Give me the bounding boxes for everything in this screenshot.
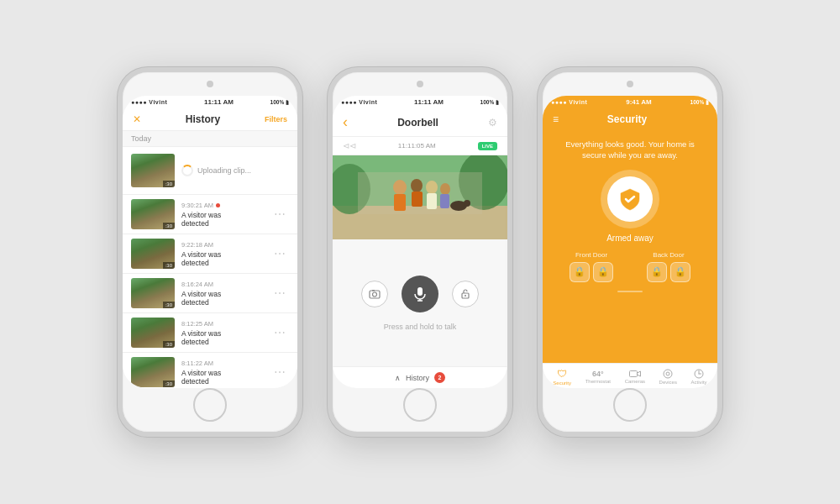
history-info-1: 9:22:18 AM A visitor wasdetected xyxy=(175,241,270,267)
unlock-button[interactable] xyxy=(452,281,479,307)
history-desc-2: A visitor wasdetected xyxy=(181,290,270,307)
doorbell-controls: Press and hold to talk xyxy=(333,239,507,366)
phone3-nav: ≡ Security xyxy=(543,108,717,130)
phone2-status-bar: ●●●● Vivint 11:11 AM 100% ▮ xyxy=(333,96,507,108)
phone3-status-bar: ●●●● Vivint 9:41 AM 100% ▮ xyxy=(543,96,717,108)
phone2-time: 11:11 AM xyxy=(414,98,444,106)
talk-button[interactable] xyxy=(402,276,438,312)
thermostat-nav-temp: 64° xyxy=(592,370,604,378)
door-section: Front Door 🔒 🔒 Back Door 🔒 🔒 xyxy=(553,251,707,282)
history-duration-0: :30 xyxy=(163,223,175,229)
history-list: Today :30 Uploading clip... xyxy=(123,131,297,388)
devices-nav-label: Devices xyxy=(659,380,677,385)
upload-item[interactable]: :30 Uploading clip... xyxy=(123,147,297,195)
upload-text: Uploading clip... xyxy=(197,166,251,175)
doorbell-content: ⊲⊲ 11:11:05 AM LIVE xyxy=(333,137,507,388)
security-body: Everything looks good. Your home is secu… xyxy=(543,130,717,363)
history-duration-4: :30 xyxy=(163,381,175,387)
history-tab-arrow: ∧ xyxy=(395,374,401,382)
history-dot-0 xyxy=(216,203,220,207)
activity-nav-label: Activity xyxy=(691,380,707,385)
filters-button[interactable]: Filters xyxy=(265,115,287,123)
phone1-nav: ✕ History Filters xyxy=(123,108,297,131)
nav-thermostat[interactable]: 64° Thermostat xyxy=(585,370,611,384)
front-lock-2[interactable]: 🔒 xyxy=(593,262,613,282)
phone1-title: History xyxy=(186,113,220,125)
press-talk-label: Press and hold to talk xyxy=(384,323,457,331)
more-icon-0[interactable]: ⋯ xyxy=(270,206,289,223)
history-item-2[interactable]: :30 8:16:24 AM A visitor wasdetected ⋯ xyxy=(123,274,297,313)
svg-point-16 xyxy=(373,292,377,297)
upload-thumbnail: :30 xyxy=(131,154,175,187)
svg-point-25 xyxy=(664,370,672,378)
history-thumb-4: :30 xyxy=(131,357,175,387)
bottom-nav: 🛡 Security 64° Thermostat Cameras xyxy=(543,363,717,388)
nav-activity[interactable]: Activity xyxy=(691,369,707,385)
upload-duration: :30 xyxy=(163,181,175,187)
history-time-1: 9:22:18 AM xyxy=(181,241,270,249)
history-item-0[interactable]: :30 9:30:21 AM A visitor wasdetected ⋯ xyxy=(123,195,297,234)
doorbell-video[interactable] xyxy=(333,155,507,239)
history-item-4[interactable]: :30 8:11:22 AM A visitor wasdetected ⋯ xyxy=(123,353,297,388)
close-icon[interactable]: ✕ xyxy=(133,113,141,125)
back-lock-1[interactable]: 🔒 xyxy=(647,262,667,282)
history-tab[interactable]: ∧ History 2 xyxy=(333,366,507,388)
back-icon[interactable]: ‹ xyxy=(343,113,348,131)
history-duration-2: :30 xyxy=(163,302,175,308)
phone-history: ●●●● Vivint 11:11 AM 100% ▮ ✕ History Fi… xyxy=(118,67,302,437)
svg-point-22 xyxy=(465,295,466,297)
history-desc-3: A visitor wasdetected xyxy=(181,329,270,346)
svg-point-9 xyxy=(426,181,438,194)
history-time-4: 8:11:22 AM xyxy=(181,360,270,367)
nav-cameras[interactable]: Cameras xyxy=(625,370,645,384)
svg-rect-18 xyxy=(417,287,423,296)
history-item-3[interactable]: :30 8:12:25 AM A visitor wasdetected ⋯ xyxy=(123,313,297,353)
upload-info: Uploading clip... xyxy=(175,165,289,176)
screenshot-button[interactable] xyxy=(361,281,388,307)
devices-nav-icon xyxy=(663,369,673,379)
audio-icon: ⊲⊲ xyxy=(343,141,356,150)
history-duration-1: :30 xyxy=(163,262,175,269)
camera-nav-icon xyxy=(629,370,641,378)
phone3-time: 9:41 AM xyxy=(626,98,651,106)
svg-rect-23 xyxy=(629,371,637,377)
doorbell-time: 11:11:05 AM xyxy=(398,142,436,150)
security-nav-label: Security xyxy=(553,381,571,386)
back-door-label: Back Door xyxy=(653,251,684,259)
phone2-screen: ●●●● Vivint 11:11 AM 100% ▮ ‹ Doorbell ⚙… xyxy=(333,96,507,388)
history-info-4: 8:11:22 AM A visitor wasdetected xyxy=(175,360,270,386)
thermostat-nav-label: Thermostat xyxy=(585,379,611,384)
phone2-title: Doorbell xyxy=(397,117,438,129)
svg-rect-15 xyxy=(370,291,380,298)
more-icon-1[interactable]: ⋯ xyxy=(270,245,289,262)
history-thumb-0: :30 xyxy=(131,199,175,229)
history-thumb-1: :30 xyxy=(131,239,175,269)
svg-point-7 xyxy=(411,179,423,192)
svg-point-14 xyxy=(464,200,470,207)
more-icon-4[interactable]: ⋯ xyxy=(270,364,289,381)
nav-security[interactable]: 🛡 Security xyxy=(553,368,571,386)
history-thumb-2: :30 xyxy=(131,278,175,308)
control-buttons xyxy=(361,276,479,312)
front-door-locks: 🔒 🔒 xyxy=(570,262,613,282)
history-info-2: 8:16:24 AM A visitor wasdetected xyxy=(175,281,270,307)
svg-rect-6 xyxy=(394,194,406,211)
more-icon-2[interactable]: ⋯ xyxy=(270,285,289,302)
live-badge: LIVE xyxy=(478,142,497,150)
history-time-0: 9:30:21 AM xyxy=(181,202,270,209)
svg-rect-17 xyxy=(372,290,375,291)
settings-icon[interactable]: ⚙ xyxy=(488,117,497,129)
front-lock-1[interactable]: 🔒 xyxy=(570,262,590,282)
nav-devices[interactable]: Devices xyxy=(659,369,677,385)
shield-svg xyxy=(619,187,641,211)
more-icon-3[interactable]: ⋯ xyxy=(270,324,289,341)
svg-rect-12 xyxy=(440,194,449,208)
history-tab-label: History xyxy=(406,374,429,382)
history-info-3: 8:12:25 AM A visitor wasdetected xyxy=(175,320,270,346)
history-item-1[interactable]: :30 9:22:18 AM A visitor wasdetected ⋯ xyxy=(123,234,297,274)
phone1-status-bar: ●●●● Vivint 11:11 AM 100% ▮ xyxy=(123,96,297,108)
back-lock-2[interactable]: 🔒 xyxy=(670,262,690,282)
phone2-nav: ‹ Doorbell ⚙ xyxy=(333,108,507,137)
menu-icon[interactable]: ≡ xyxy=(553,113,559,125)
doorbell-time-row: ⊲⊲ 11:11:05 AM LIVE xyxy=(333,137,507,155)
